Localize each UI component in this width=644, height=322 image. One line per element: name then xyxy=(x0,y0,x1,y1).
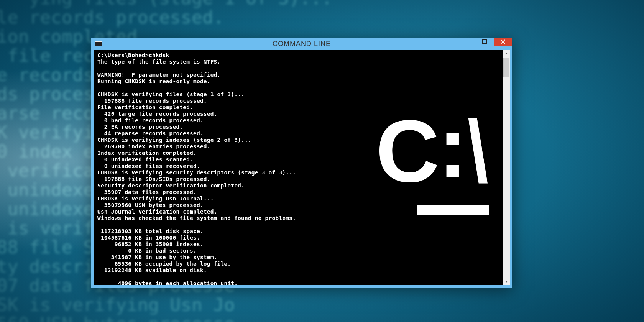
maximize-icon xyxy=(482,39,487,44)
minimize-button[interactable] xyxy=(457,38,475,46)
decorative-prompt-overlay: C:\ xyxy=(376,107,489,196)
close-button[interactable] xyxy=(494,38,512,46)
window-client-frame: C:\Users\Bohed>chkdsk The type of the fi… xyxy=(91,50,512,288)
window-controls xyxy=(457,38,512,47)
console-client-area: C:\Users\Bohed>chkdsk The type of the fi… xyxy=(94,50,510,285)
terminal-area[interactable]: C:\Users\Bohed>chkdsk The type of the fi… xyxy=(94,50,503,285)
close-icon xyxy=(501,39,505,44)
window-title: COMMAND LINE xyxy=(91,40,512,48)
minimize-icon xyxy=(464,39,468,44)
chevron-up-icon xyxy=(505,52,508,55)
maximize-button[interactable] xyxy=(475,38,494,46)
titlebar[interactable]: COMMAND LINE xyxy=(91,38,512,50)
scrollbar-thumb[interactable] xyxy=(503,58,509,77)
chevron-down-icon xyxy=(505,280,508,283)
decorative-cursor-overlay xyxy=(417,205,489,215)
terminal-output: C:\Users\Bohed>chkdsk The type of the fi… xyxy=(97,52,296,285)
svg-rect-1 xyxy=(483,40,487,44)
scroll-down-button[interactable] xyxy=(503,278,510,285)
scroll-up-button[interactable] xyxy=(503,50,510,57)
stage: ying files (stage 1 of 3)... ile records… xyxy=(0,0,644,322)
vertical-scrollbar[interactable] xyxy=(503,50,510,285)
command-line-window: COMMAND LINE C:\Users\Bohed>chkdsk The t… xyxy=(91,38,512,288)
svg-rect-0 xyxy=(464,43,468,43)
